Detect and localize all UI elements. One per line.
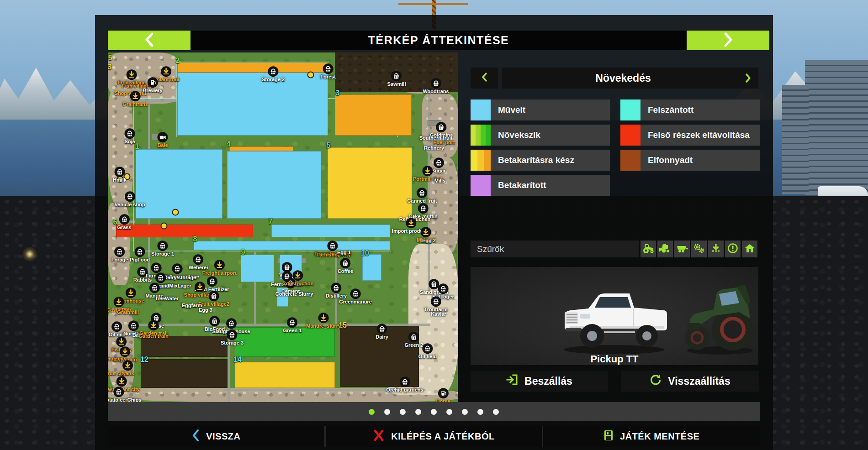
enter-vehicle-label: Beszállás — [524, 375, 572, 387]
map-field — [177, 63, 328, 73]
field-number: 14 — [233, 356, 242, 364]
page-dot[interactable] — [415, 409, 421, 415]
basket-icon — [408, 332, 419, 342]
map-field — [194, 241, 390, 250]
home-icon — [744, 243, 755, 256]
filter-harvester-button[interactable] — [657, 241, 673, 257]
filter-trailer-button[interactable] — [674, 241, 690, 257]
fuel-icon — [438, 388, 449, 398]
save-game-button[interactable]: JÁTÉK MENTÉSE — [543, 426, 760, 447]
map-poi-oil-mill: Oil mill — [109, 321, 126, 337]
field-number: 6 — [113, 218, 117, 226]
map-poi-label: Chips — [127, 397, 142, 402]
map-poi-freight-airport: Freight airport — [202, 260, 236, 276]
field-number: 12 — [140, 356, 148, 364]
map-field — [227, 151, 321, 219]
map-poi-label: PigFood — [130, 257, 150, 262]
page-dot[interactable] — [384, 409, 390, 415]
map-poi-label: Garden train — [138, 333, 168, 339]
map-field — [141, 336, 228, 357]
basket-icon — [418, 203, 429, 214]
basket-icon — [422, 343, 433, 354]
filter-home-button[interactable] — [742, 241, 757, 257]
legend-next-button[interactable] — [745, 73, 752, 83]
unload-icon — [406, 218, 417, 228]
map-poi-label: Refinery — [424, 145, 444, 151]
legend-item: Betakarításra kész — [471, 150, 610, 171]
map-poi-fuel-port: Fuel port — [433, 140, 455, 145]
enter-vehicle-button[interactable]: Beszállás — [471, 371, 608, 392]
basket-icon — [430, 78, 441, 89]
page-dot[interactable] — [493, 409, 499, 415]
map-poi-storage-2: Storage 2 — [262, 66, 285, 82]
pickup-image — [556, 282, 672, 359]
map-poi-label: Forest — [320, 74, 336, 79]
map-field — [328, 147, 412, 219]
map-poi-label: Construction — [282, 281, 313, 286]
gears-icon — [693, 243, 705, 256]
back-button[interactable]: VISSZA — [108, 426, 324, 447]
field-number: 3 — [108, 63, 111, 71]
page-dots — [108, 402, 760, 421]
collectible-dot — [172, 209, 179, 216]
basket-icon — [155, 272, 166, 283]
page-dot[interactable] — [477, 409, 483, 415]
filter-tractor-button[interactable] — [640, 241, 656, 257]
filter-download-button[interactable] — [708, 241, 724, 257]
filters-label: Szűrők — [471, 241, 639, 257]
legend-prev-button[interactable] — [471, 68, 498, 89]
page-dot[interactable] — [446, 409, 452, 415]
field-number: 2 — [176, 57, 180, 65]
map-poi-manure-slurry: Manure_slurry — [306, 313, 341, 329]
map-poi-orchid-gardens: Orchid gardens — [386, 377, 423, 392]
map-poi-troutfarm: Troutfarm — [424, 296, 447, 312]
prev-page-button[interactable] — [108, 31, 191, 50]
save-disk-icon — [603, 429, 614, 444]
page-dot[interactable] — [431, 409, 437, 415]
field-number: 1 — [135, 142, 139, 151]
legend-item: Felső részek eltávolítása — [620, 125, 760, 146]
vehicle-name: Pickup TT — [539, 353, 690, 365]
unload-icon — [116, 376, 127, 387]
street-lamp-glow — [22, 246, 37, 262]
chevron-left-icon — [143, 32, 155, 49]
quit-game-button[interactable]: KILÉPÉS A JÁTÉKBÓL — [326, 426, 542, 447]
warning-icon — [727, 243, 738, 256]
map-poi-kaviar: Kaviar — [431, 311, 446, 317]
legend-item: Betakarított — [471, 175, 610, 196]
page-dot[interactable] — [400, 409, 406, 415]
filter-warning-button[interactable] — [725, 241, 741, 257]
map-poi-label: Storage 1 — [151, 251, 174, 256]
legend-label: Felszántott — [640, 99, 760, 120]
legend-column-right: FelszántottFelső részek eltávolításaElfo… — [620, 99, 760, 171]
map-poi-bale: Bale — [157, 132, 168, 148]
legend-swatch — [620, 125, 640, 146]
basket-icon — [376, 324, 387, 334]
page-dot[interactable] — [462, 409, 468, 415]
reset-vehicle-button[interactable]: Visszaállítás — [621, 371, 759, 392]
field-number: 4 — [227, 140, 231, 148]
next-page-button[interactable] — [687, 31, 769, 50]
map-poi-label: Horse — [436, 398, 450, 402]
map-poi-label: Orchid gardens — [386, 387, 423, 392]
field-number: 5 — [108, 54, 112, 62]
map-poi-coffee: Coffee — [338, 258, 353, 274]
map-poi-green-1: Green 1 — [283, 317, 302, 333]
map-poi-label: Fruit city — [108, 371, 126, 376]
terrain-rocks — [108, 91, 133, 205]
basket-icon — [399, 377, 410, 387]
field-number: 7 — [269, 218, 273, 226]
close-x-icon — [373, 429, 385, 444]
unload-icon — [148, 320, 159, 330]
legend-label: Betakarított — [491, 175, 610, 196]
map-poi-egg-2: Egg 2 — [422, 238, 436, 243]
basket-icon — [119, 214, 130, 225]
page-dot-active[interactable] — [369, 409, 375, 415]
filter-gears-button[interactable] — [691, 241, 707, 257]
map-poi-label: Vehicle shop — [114, 202, 145, 207]
map-poi-mills: Mills — [434, 178, 445, 183]
map-poi-label: Oil field — [418, 354, 437, 359]
filter-buttons — [640, 241, 757, 257]
basket-icon — [350, 288, 361, 299]
map-poi-horse: Horse — [436, 388, 450, 402]
